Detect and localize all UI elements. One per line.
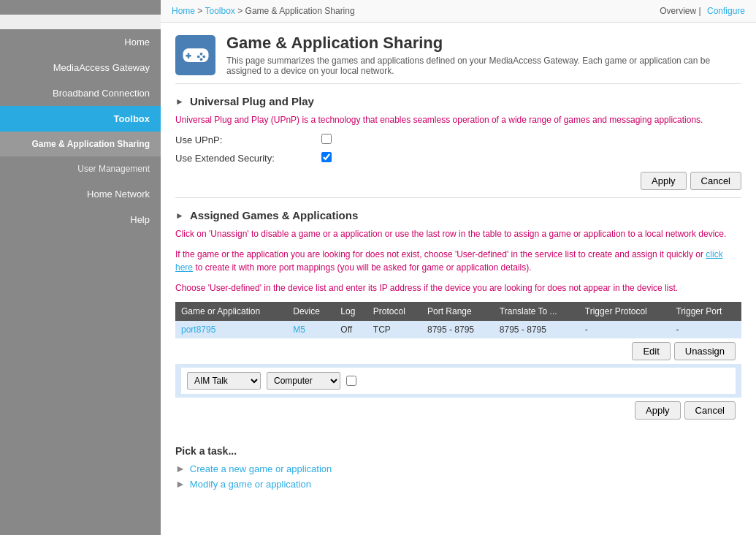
upnp-cancel-button[interactable]: Cancel [690,172,741,190]
main-content: Home > Toolbox > Game & Application Shar… [161,0,756,535]
breadcrumb-links: Home > Toolbox > Game & Application Shar… [172,6,355,16]
use-upnp-label: Use UPnP: [175,134,321,145]
breadcrumb: Home > Toolbox > Game & Application Shar… [161,0,756,23]
device-link[interactable]: M5 [293,325,305,335]
edit-button[interactable]: Edit [632,342,670,360]
sidebar-item-broadband[interactable]: Broadband Connection [0,80,161,106]
breadcrumb-toolbox[interactable]: Toolbox [205,6,234,16]
task-arrow-icon-2: ► [175,478,186,490]
svg-point-4 [202,56,205,58]
breadcrumb-right: Overview | Configure [660,6,745,16]
assigned-section-header[interactable]: ► Assigned Games & Applications [175,209,741,221]
assigned-apply-button[interactable]: Apply [635,401,681,420]
apply-btn-group: Apply Cancel [181,401,736,420]
section-divider [175,197,741,198]
sidebar-top [0,15,161,29]
breadcrumb-home[interactable]: Home [172,6,195,16]
assigned-cancel-button[interactable]: Cancel [684,401,736,420]
breadcrumb-current: Game & Application Sharing [245,6,355,16]
assigned-desc1: Click on 'Unassign' to disable a game or… [175,227,741,240]
edit-cell: Edit Unassign [175,338,741,364]
edit-row: Edit Unassign [175,338,741,364]
sidebar-item-home-network[interactable]: Home Network [0,181,161,207]
svg-point-3 [199,53,202,56]
svg-point-5 [196,56,199,58]
upnp-title: Universal Plug and Play [190,95,314,107]
device-dropdown[interactable]: Computer User-defined [267,372,340,390]
sidebar-item-toolbox[interactable]: Toolbox [0,106,161,132]
tasks-section: Pick a task... ► Create a new game or ap… [175,438,741,501]
add-cell: AIM Talk User-defined Computer User-defi… [175,364,741,398]
assigned-desc3: Choose 'User-defined' in the device list… [175,281,741,295]
col-port-range: Port Range [421,302,494,321]
col-trigger-protocol: Trigger Protocol [579,302,671,321]
use-upnp-row: Use UPnP: [175,134,741,146]
row-protocol: TCP [367,321,421,338]
row-translate: 8795 - 8795 [494,321,579,338]
row-device: M5 [287,321,335,338]
table-header-row: Game or Application Device Log Protocol … [175,302,741,321]
row-port-range: 8795 - 8795 [421,321,494,338]
sidebar-item-game-sharing[interactable]: Game & Application Sharing [0,132,161,156]
use-extended-row: Use Extended Security: [175,152,741,164]
page-icon [175,35,215,75]
row-game: port8795 [175,321,287,338]
apply-cell: Apply Cancel [175,398,741,423]
upnp-section: ► Universal Plug and Play Universal Plug… [175,95,741,190]
col-device: Device [287,302,335,321]
page-title: Game & Application Sharing [226,34,741,53]
svg-rect-2 [186,55,191,57]
tasks-title: Pick a task... [175,445,741,457]
add-row-checkbox[interactable] [346,376,356,386]
game-dropdown[interactable]: AIM Talk User-defined [187,372,261,390]
col-log: Log [335,302,367,321]
task-item-modify: ► Modify a game or application [175,478,741,490]
use-upnp-control [321,134,332,146]
col-game: Game or Application [175,302,287,321]
task-item-create: ► Create a new game or application [175,463,741,474]
upnp-btn-row: Apply Cancel [175,172,741,190]
sidebar-item-mediaaccess[interactable]: MediaAccess Gateway [0,55,161,80]
row-trigger-port: - [670,321,741,338]
page-header: Game & Application Sharing This page sum… [175,34,741,76]
upnp-description: Universal Plug and Play (UPnP) is a tech… [175,113,741,126]
task-arrow-icon-1: ► [175,463,186,474]
breadcrumb-configure[interactable]: Configure [707,6,745,16]
upnp-section-header[interactable]: ► Universal Plug and Play [175,95,741,107]
gamepad-icon [181,40,210,69]
edit-btn-group: Edit Unassign [181,342,736,360]
col-translate: Translate To ... [494,302,579,321]
add-row: AIM Talk User-defined Computer User-defi… [175,364,741,398]
task-modify-link[interactable]: Modify a game or application [190,479,311,490]
game-link[interactable]: port8795 [181,325,215,335]
use-extended-control [321,152,332,164]
page-description: This page summarizes the games and appli… [226,56,741,76]
page-title-block: Game & Application Sharing This page sum… [226,34,741,76]
use-extended-checkbox[interactable] [321,152,332,162]
content-area: Game & Application Sharing This page sum… [161,23,756,535]
header-divider [175,83,741,84]
row-log: Off [335,321,367,338]
sidebar-item-help[interactable]: Help [0,207,161,232]
col-protocol: Protocol [367,302,421,321]
sidebar-item-home[interactable]: Home [0,29,161,55]
use-extended-label: Use Extended Security: [175,153,321,164]
use-upnp-checkbox[interactable] [321,134,332,144]
assigned-arrow-icon: ► [175,210,184,221]
assigned-title: Assigned Games & Applications [190,209,358,221]
upnp-apply-button[interactable]: Apply [641,172,687,190]
assigned-desc2: If the game or the application you are l… [175,248,741,274]
apply-row: Apply Cancel [175,398,741,423]
upnp-arrow-icon: ► [175,96,184,107]
row-trigger-protocol: - [579,321,671,338]
assigned-section: ► Assigned Games & Applications Click on… [175,209,741,423]
unassign-button[interactable]: Unassign [674,342,736,360]
table-row: port8795 M5 Off TCP 8795 - 8795 8795 - 8… [175,321,741,338]
sidebar-item-user-management[interactable]: User Management [0,156,161,181]
col-trigger-port: Trigger Port [670,302,741,321]
sidebar: Home MediaAccess Gateway Broadband Conne… [0,0,161,535]
add-row-controls: AIM Talk User-defined Computer User-defi… [181,368,736,394]
svg-point-6 [199,58,202,61]
task-create-link[interactable]: Create a new game or application [190,463,332,474]
assigned-table: Game or Application Device Log Protocol … [175,302,741,423]
